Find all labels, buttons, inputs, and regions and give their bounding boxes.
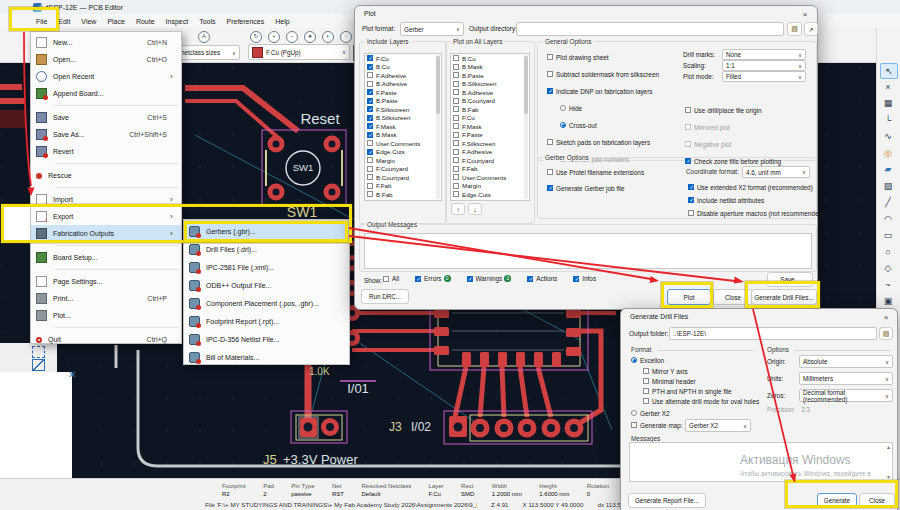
layer-row[interactable]: F.Silkscreen: [365, 105, 441, 114]
layer-checkbox[interactable]: [367, 115, 373, 121]
option-checkbox[interactable]: [688, 210, 694, 216]
file-menu-item[interactable]: Export: [31, 208, 181, 225]
search-icon[interactable]: A: [198, 31, 210, 43]
show-filter-item[interactable]: Infos: [571, 275, 596, 282]
layer-row[interactable]: F.Silkscreen: [451, 139, 529, 148]
generate-map-row[interactable]: Generate map:: [629, 420, 683, 430]
right-tool-icon[interactable]: ◠: [880, 212, 896, 226]
show-filter-checkbox[interactable]: [527, 276, 533, 282]
option-checkbox[interactable]: [685, 141, 691, 147]
file-menu-item[interactable]: New... Ctrl+N: [31, 34, 181, 51]
layer-checkbox[interactable]: [367, 166, 373, 172]
submenu-item[interactable]: Bill of Materials...: [184, 348, 349, 366]
layer-row[interactable]: B.Cu: [365, 63, 441, 72]
excellon-radio[interactable]: [631, 357, 637, 363]
gerber-option-row[interactable]: Use Protel filename extensions: [545, 167, 644, 177]
file-menu-item[interactable]: Save As... Ctrl+Shift+S: [31, 126, 181, 143]
excellon-option-row[interactable]: Use alternate drill mode for oval holes: [641, 396, 759, 406]
general-option-row[interactable]: Plot drawing sheet: [545, 52, 659, 62]
generate-drill-files-button[interactable]: Generate Drill Files...: [751, 289, 817, 305]
move-layer-up-button[interactable]: ↑: [451, 203, 465, 215]
setting-dropdown[interactable]: 1:1∨: [722, 60, 806, 71]
layer-row[interactable]: F.Paste: [365, 88, 441, 97]
option-checkbox[interactable]: [643, 398, 649, 404]
right-tool-icon[interactable]: ▦: [880, 96, 896, 110]
show-filter-item[interactable]: All: [381, 275, 399, 282]
option-checkbox[interactable]: [685, 107, 691, 113]
option-checkbox[interactable]: [547, 54, 553, 60]
right-tool-icon[interactable]: ↖: [880, 63, 898, 79]
layer-checkbox[interactable]: [453, 64, 459, 70]
output-messages-box[interactable]: [364, 233, 812, 269]
show-filter-item[interactable]: Warnings 0: [465, 275, 512, 282]
general-option-row[interactable]: Hide: [558, 103, 659, 113]
menubar-item[interactable]: File: [36, 18, 47, 25]
layer-row[interactable]: F.Fab: [365, 182, 441, 191]
option-checkbox[interactable]: [688, 184, 694, 190]
right-tool-icon[interactable]: ◎: [880, 146, 896, 160]
active-layer-dropdown[interactable]: F.Cu (PgUp) ∨: [248, 44, 350, 60]
layer-row[interactable]: F.Courtyard: [451, 156, 529, 165]
show-filter-checkbox[interactable]: [383, 276, 389, 282]
right-tool-icon[interactable]: ▣: [880, 294, 896, 308]
menubar-item[interactable]: Route: [136, 18, 155, 25]
right-tool-icon[interactable]: ▨: [880, 179, 896, 193]
layer-row[interactable]: F.Courtyard: [365, 165, 441, 174]
generate-map-checkbox[interactable]: [631, 422, 637, 428]
setting-dropdown[interactable]: Millimeters∨: [799, 372, 893, 385]
output-directory-input[interactable]: [516, 22, 784, 36]
layer-checkbox[interactable]: [367, 174, 373, 180]
output-folder-input[interactable]: ..\ESP-12E\: [669, 327, 877, 340]
file-menu-item[interactable]: Board Setup...: [31, 249, 181, 266]
file-menu-item[interactable]: Import: [31, 191, 181, 208]
show-filter-checkbox[interactable]: [573, 276, 579, 282]
layer-row[interactable]: B.Silkscreen: [451, 80, 529, 89]
submenu-item[interactable]: IPC-2581 File (.xml)...: [184, 258, 349, 276]
gerberx2-radio[interactable]: [631, 410, 637, 416]
layer-checkbox[interactable]: [367, 183, 373, 189]
layer-row[interactable]: B.Silkscreen: [365, 114, 441, 123]
option-checkbox[interactable]: [643, 388, 649, 394]
layer-checkbox[interactable]: [367, 191, 373, 197]
left-tool-icon[interactable]: [32, 359, 45, 371]
right-tool-icon[interactable]: ╱: [880, 195, 896, 209]
right-tool-icon[interactable]: ◇: [880, 261, 896, 275]
option-checkbox[interactable]: [560, 105, 566, 111]
option-checkbox[interactable]: [643, 378, 649, 384]
option-checkbox[interactable]: [685, 124, 691, 130]
submenu-item[interactable]: Component Placement (.pos, .gbr)...: [184, 294, 349, 312]
layer-checkbox[interactable]: [453, 89, 459, 95]
list-scrollbar[interactable]: [524, 55, 528, 199]
file-menu-item[interactable]: Quit Ctrl+Q: [31, 331, 181, 348]
layer-row[interactable]: B.Fab: [451, 105, 529, 114]
general-option-row[interactable]: Mirrored plot: [683, 122, 781, 132]
layer-checkbox[interactable]: [453, 123, 459, 129]
file-menu-item[interactable]: Rescue: [31, 167, 181, 184]
scroll-down-icon[interactable]: ▼: [886, 474, 891, 480]
include-layers-list[interactable]: F.Cu B.Cu F.Adhesive B.Adhesive: [364, 53, 442, 201]
layer-row[interactable]: B.Cu: [451, 54, 529, 63]
layer-checkbox[interactable]: [453, 149, 459, 155]
general-option-row[interactable]: Subtract soldermask from silkscreen: [545, 69, 659, 79]
messages-box[interactable]: ▲ ▼: [629, 442, 893, 482]
layer-row[interactable]: F.Adhesive: [451, 148, 529, 157]
file-menu-item[interactable]: Print... Ctrl+P: [31, 290, 181, 307]
menubar-item[interactable]: View: [81, 18, 96, 25]
zoom-objects-icon[interactable]: ◌: [340, 31, 352, 43]
layer-row[interactable]: F.Mask: [365, 122, 441, 131]
right-tool-icon[interactable]: ~: [880, 278, 896, 292]
layer-checkbox[interactable]: [367, 149, 373, 155]
file-menu-item[interactable]: Open... Ctrl+O: [31, 51, 181, 68]
layer-checkbox[interactable]: [367, 140, 373, 146]
submenu-item[interactable]: IPC-D-356 Netlist File...: [184, 330, 349, 348]
layer-checkbox[interactable]: [367, 132, 373, 138]
layer-checkbox[interactable]: [367, 106, 373, 112]
option-checkbox[interactable]: [560, 122, 566, 128]
layer-checkbox[interactable]: [367, 81, 373, 87]
file-menu-item[interactable]: Save Ctrl+S: [31, 109, 181, 126]
submenu-item[interactable]: Gerbers (.gbr)...: [184, 222, 349, 240]
coordinate-format-dropdown[interactable]: 4.6, unit mm∨: [742, 166, 810, 178]
layer-row[interactable]: F.Cu: [451, 114, 529, 123]
layer-checkbox[interactable]: [453, 132, 459, 138]
zoom-fit-icon[interactable]: ●: [304, 31, 316, 43]
